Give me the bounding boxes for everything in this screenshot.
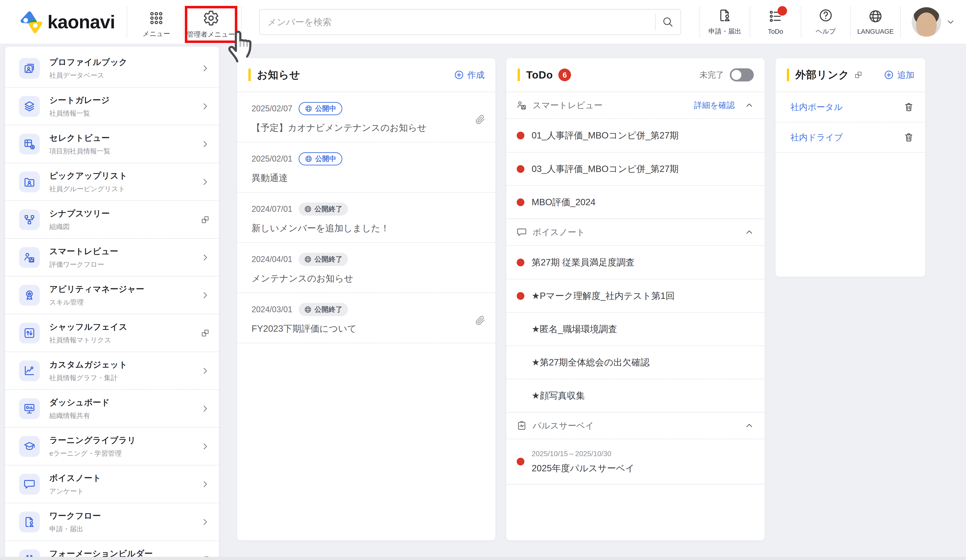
gear-icon: [203, 10, 219, 26]
main-page: プロファイルブック社員データベースシートガレージ社員情報一覧セレクトビュー項目別…: [0, 44, 966, 560]
unread-dot: [517, 132, 524, 140]
help-button[interactable]: ヘルプ: [801, 0, 850, 44]
todo-item[interactable]: ★第27期全体総会の出欠確認: [506, 345, 765, 379]
globe-icon: [304, 305, 312, 314]
kaonavi-logo[interactable]: kaonavi: [20, 10, 115, 34]
sidebar-item-title: シートガレージ: [49, 95, 110, 106]
add-link-button[interactable]: 追加: [884, 69, 914, 81]
todo-date-range: 2025/10/15～2025/10/30: [532, 449, 634, 459]
todo-item[interactable]: ★Pマーク理解度_社内テスト第1回: [506, 279, 765, 312]
search-icon[interactable]: [662, 16, 674, 28]
external-link-社内ドライブ[interactable]: 社内ドライブ: [790, 132, 843, 143]
chevron-up-icon[interactable]: [745, 228, 754, 236]
sidebar: プロファイルブック社員データベースシートガレージ社員情報一覧セレクトビュー項目別…: [5, 47, 219, 560]
todo-button[interactable]: ToDo: [750, 0, 801, 44]
status-badge: 公開終了: [299, 253, 348, 266]
chevron-right-icon: [200, 366, 210, 376]
header-divider: [183, 7, 184, 38]
todo-notification-dot: [777, 6, 787, 16]
sidebar-item-text: プロファイルブック社員データベース: [49, 57, 127, 80]
user-menu-button[interactable]: [900, 0, 966, 44]
chevron-right-icon: [200, 253, 210, 262]
todo-list-icon: [768, 9, 783, 24]
todo-item[interactable]: ★顔写真収集: [506, 379, 765, 412]
sidebar-item-ダッシュボード[interactable]: ダッシュボード組織情報共有: [5, 389, 219, 427]
trash-icon[interactable]: [904, 132, 914, 143]
sidebar-item-ワークフロー[interactable]: ワークフロー申請・届出: [5, 503, 219, 540]
announcement-item[interactable]: 2024/07/01公開終了新しいメンバーを追加しました！: [237, 192, 495, 243]
external-link-社内ポータル[interactable]: 社内ポータル: [790, 101, 843, 113]
todo-item[interactable]: 2025/10/15～2025/10/302025年度パルスサーベイ: [506, 439, 765, 484]
announcement-item[interactable]: 2025/02/01公開中異動通達: [237, 142, 495, 192]
todo-item[interactable]: 第27期 従業員満足度調査: [506, 246, 765, 279]
todo-section-controls: 詳細を確認: [694, 100, 754, 111]
sidebar-item-セレクトビュー[interactable]: セレクトビュー項目別社員情報一覧: [5, 125, 219, 163]
folder-user-icon: [19, 171, 40, 192]
sidebar-item-title: ワークフロー: [49, 510, 101, 522]
chevron-up-icon[interactable]: [745, 421, 754, 430]
sidebar-item-subtitle: 社員情報マトリクス: [49, 335, 127, 345]
grid-menu-icon: [149, 11, 164, 26]
todo-section-header[interactable]: パルスサーベイ: [506, 412, 765, 439]
details-link[interactable]: 詳細を確認: [694, 100, 735, 111]
todo-section-header[interactable]: スマートレビュー詳細を確認: [506, 92, 765, 119]
external-link-item: 社内ドライブ: [775, 122, 925, 153]
todo-item[interactable]: 03_人事評価_MBOコンピ併_第27期: [506, 152, 765, 185]
sidebar-item-シナプスツリー[interactable]: シナプスツリー組織図: [5, 200, 219, 238]
globe-icon: [305, 155, 312, 163]
sidebar-item-text: シートガレージ社員情報一覧: [49, 95, 110, 118]
search-input[interactable]: [259, 9, 681, 35]
todo-item[interactable]: MBO評価_2024: [506, 185, 765, 218]
sidebar-item-シャッフルフェイス[interactable]: シャッフルフェイス社員情報マトリクス: [5, 314, 219, 351]
doc-stamp-icon: [19, 512, 40, 532]
medal-icon: [19, 285, 40, 305]
sidebar-item-subtitle: 申請・届出: [49, 524, 101, 534]
sidebar-item-text: ラーニングライブラリeラーニング・学習管理: [49, 435, 136, 458]
announcement-date: 2024/04/01: [251, 255, 292, 264]
create-announcement-button[interactable]: 作成: [454, 69, 485, 81]
sidebar-item-text: ワークフロー申請・届出: [49, 510, 101, 534]
external-link-icon: [200, 215, 210, 225]
sidebar-item-アビリティマネージャー[interactable]: アビリティマネージャースキル管理: [5, 276, 219, 314]
trash-icon[interactable]: [904, 102, 914, 112]
sidebar-item-ボイスノート[interactable]: ボイスノートアンケート: [5, 465, 219, 503]
application-submit-button[interactable]: 申請・届出: [700, 0, 750, 44]
paperclip-icon: [475, 114, 485, 125]
search-divider: [655, 13, 656, 30]
admin-menu-button[interactable]: 管理者メニュー: [185, 7, 237, 43]
sidebar-item-subtitle: アンケート: [49, 487, 101, 496]
menu-button[interactable]: メニュー: [130, 7, 182, 43]
todo-item[interactable]: 01_人事評価_MBOコンピ併_第27期: [506, 119, 765, 152]
todo-card: ToDo 6 未完了 スマートレビュー詳細を確認01_人事評価_MBOコンピ併_…: [506, 58, 765, 540]
sidebar-item-プロファイルブック[interactable]: プロファイルブック社員データベース: [5, 49, 219, 87]
announcement-meta: 2024/03/01公開終了: [251, 303, 462, 316]
todo-section-header[interactable]: ボイスノート: [506, 219, 765, 246]
sidebar-item-title: シャッフルフェイス: [49, 321, 127, 333]
sidebar-item-スマートレビュー[interactable]: スマートレビュー評価ワークフロー: [5, 238, 219, 276]
announcement-title: FY2023下期評価について: [251, 322, 462, 335]
announcement-item[interactable]: 2024/03/01公開終了FY2023下期評価について: [237, 293, 495, 343]
language-button[interactable]: LANGUAGE: [850, 0, 900, 44]
sidebar-item-title: ピックアップリスト: [49, 170, 127, 181]
chevron-right-icon: [200, 291, 210, 300]
sidebar-item-ピックアップリスト[interactable]: ピックアップリスト社員グルーピングリスト: [5, 163, 219, 200]
announcement-title: 異動通達: [251, 172, 462, 184]
announcement-item[interactable]: 2025/02/07公開中【予定】カオナビメンテナンスのお知らせ: [237, 92, 495, 142]
external-links-list: 社内ポータル社内ドライブ: [775, 92, 925, 153]
chevron-up-icon[interactable]: [745, 101, 754, 110]
announcement-item[interactable]: 2024/04/01公開終了メンテナンスのお知らせ: [237, 243, 495, 293]
announcement-title: 【予定】カオナビメンテナンスのお知らせ: [251, 122, 462, 134]
todo-item-title: ★顔写真収集: [532, 389, 585, 402]
sidebar-item-カスタムガジェット[interactable]: カスタムガジェット社員情報グラフ・集計: [5, 351, 219, 389]
sidebar-item-シートガレージ[interactable]: シートガレージ社員情報一覧: [5, 87, 219, 125]
sidebar-item-text: セレクトビュー項目別社員情報一覧: [49, 132, 110, 156]
incomplete-toggle[interactable]: [730, 68, 754, 82]
chevron-down-icon: [946, 17, 955, 26]
todo-section: パルスサーベイ2025/10/15～2025/10/302025年度パルスサーベ…: [506, 412, 765, 484]
external-links-title: 外部リンク: [795, 68, 849, 82]
member-search: [259, 9, 681, 35]
todo-item[interactable]: ★匿名_職場環境調査: [506, 312, 765, 345]
globe-icon: [304, 205, 312, 213]
unread-dot: [517, 292, 524, 300]
sidebar-item-ラーニングライブラリ[interactable]: ラーニングライブラリeラーニング・学習管理: [5, 427, 219, 465]
